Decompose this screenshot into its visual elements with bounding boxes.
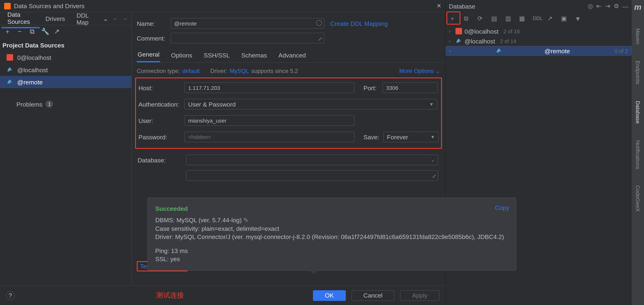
tabs-overflow-icon[interactable]: ⌄ xyxy=(101,15,111,22)
chevron-right-icon[interactable]: › xyxy=(449,38,453,43)
tree-item[interactable]: › @remote 0 of 2 xyxy=(446,46,632,56)
split-icon[interactable]: ⇥ xyxy=(605,2,610,10)
more-options-link[interactable]: More Options ⌄ xyxy=(399,68,440,74)
mysql-icon xyxy=(456,38,462,44)
url-field[interactable]: ⤢ xyxy=(186,170,438,181)
data-source-item[interactable]: @remote xyxy=(0,76,132,88)
expand-icon[interactable]: ⤢ xyxy=(318,36,322,42)
refresh-icon[interactable]: ⟳ xyxy=(477,15,484,22)
stripe-maven[interactable]: Maven xyxy=(635,28,641,44)
minimize-icon[interactable]: — xyxy=(622,3,628,10)
user-input[interactable] xyxy=(184,115,354,126)
popup-line: Driver: MySQL Connector/J (ver. mysql-co… xyxy=(155,233,508,241)
disconnect-icon[interactable]: ▥ xyxy=(505,15,511,22)
problems-count-badge: 1 xyxy=(46,100,53,108)
save-label: Save: xyxy=(364,133,383,140)
database-tree: › 0@localhost 2 of 16 › @localhost 2 of … xyxy=(446,24,632,57)
color-dot-icon[interactable] xyxy=(316,20,322,26)
stripe-codegeex[interactable]: CodeGeeX xyxy=(635,186,641,212)
port-label: Port: xyxy=(364,84,382,91)
dialog-left-pane: Data Sources Drivers DDL Map ⌄ ← → ＋ − ⧉… xyxy=(0,12,132,285)
name-input[interactable] xyxy=(170,18,324,29)
cancel-button[interactable]: Cancel xyxy=(352,290,394,301)
data-source-item[interactable]: 0@localhost xyxy=(0,51,132,64)
connection-fields-highlight: Host: Port: Authentication: User & Passw… xyxy=(135,77,442,149)
create-ddl-mapping-link[interactable]: Create DDL Mapping xyxy=(330,20,388,27)
problems-row[interactable]: Problems 1 xyxy=(0,88,132,108)
status-text: Succeeded xyxy=(155,205,508,213)
help-icon[interactable]: ? xyxy=(6,291,15,300)
test-result-popup: Succeeded Copy DBMS: MySQL (ver. 5.7.44-… xyxy=(148,198,516,270)
database-label: Database: xyxy=(138,156,186,163)
nav-back-icon[interactable]: ← xyxy=(111,15,120,22)
data-source-list: 0@localhost @localhost @remote xyxy=(0,51,132,88)
collapse-icon[interactable]: ⇤ xyxy=(596,2,602,10)
driver-link[interactable]: MySQL xyxy=(230,68,249,74)
dialog-titlebar: Data Sources and Drivers × xyxy=(0,0,445,12)
expand-icon[interactable]: ⤢ xyxy=(432,173,436,179)
jump-icon[interactable]: ↗ xyxy=(546,15,553,22)
add-icon[interactable]: ＋ xyxy=(4,28,11,35)
tab-schemas[interactable]: Schemas xyxy=(240,51,268,62)
data-source-name: @localhost xyxy=(17,66,48,73)
tab-drivers[interactable]: Drivers xyxy=(40,13,71,24)
tree-item[interactable]: › @localhost 2 of 14 xyxy=(446,36,632,46)
chevron-right-icon[interactable]: › xyxy=(449,29,453,34)
app-icon xyxy=(4,3,11,9)
duplicate-icon[interactable]: ⧉ xyxy=(29,28,35,35)
apply-button[interactable]: Apply xyxy=(400,290,439,301)
config-tabs: General Options SSH/SSL Schemas Advanced xyxy=(132,47,445,62)
dialog-title: Data Sources and Drivers xyxy=(14,2,84,9)
table-icon[interactable]: ▦ xyxy=(519,15,525,22)
duplicate-icon[interactable]: ⧉ xyxy=(463,15,470,22)
maven-m-icon[interactable]: m xyxy=(634,2,642,12)
stripe-endpoints[interactable]: Endpoints xyxy=(635,61,641,84)
password-input[interactable] xyxy=(184,132,354,142)
tab-ssh-ssl[interactable]: SSH/SSL xyxy=(203,51,231,62)
make-global-icon[interactable]: ↗ xyxy=(53,28,60,35)
tab-advanced[interactable]: Advanced xyxy=(278,51,307,62)
tab-options[interactable]: Options xyxy=(170,51,193,62)
port-input[interactable] xyxy=(382,82,438,93)
ddl-button[interactable]: DDL xyxy=(533,16,539,21)
chevron-down-icon: ▼ xyxy=(429,102,434,107)
dialog-right-pane: Name: Create DDL Mapping Comment: ⤢ xyxy=(132,12,445,285)
user-label: User: xyxy=(138,117,184,124)
target-icon[interactable]: ◎ xyxy=(588,2,593,10)
data-source-item[interactable]: @localhost xyxy=(0,63,132,76)
database-select[interactable]: ⌄ xyxy=(186,155,438,165)
ok-button[interactable]: OK xyxy=(313,290,346,301)
host-input[interactable] xyxy=(184,82,354,93)
filter-icon[interactable]: ▼ xyxy=(575,15,581,22)
copy-link[interactable]: Copy xyxy=(495,204,509,212)
tree-item[interactable]: › 0@localhost 2 of 16 xyxy=(446,26,632,36)
connection-meta: Connection type: default Driver: MySQL s… xyxy=(132,63,445,77)
auth-select[interactable]: User & Password▼ xyxy=(184,99,438,109)
tree-item-count: 2 of 16 xyxy=(504,28,520,34)
tab-ddl-mappings[interactable]: DDL Map xyxy=(71,10,101,28)
remove-icon[interactable]: − xyxy=(16,28,23,35)
conn-type-link[interactable]: default xyxy=(182,68,200,74)
database-toolbar: ＋ ⧉ ⟳ ▤ ▥ ▦ DDL ↗ ▣ ▼ xyxy=(446,12,632,25)
settings-icon[interactable]: 🔧 xyxy=(41,28,48,35)
edit-icon[interactable]: ✎ xyxy=(243,217,248,224)
stripe-notifications[interactable]: Notifications xyxy=(635,140,641,169)
popup-line: DBMS: MySQL (ver. 5.7.44-log)✎ xyxy=(155,216,508,224)
save-select[interactable]: Forever▼ xyxy=(383,132,439,142)
popup-line: Ping: 13 ms xyxy=(155,247,508,255)
nav-forward-icon[interactable]: → xyxy=(120,15,130,22)
stripe-database[interactable]: Database xyxy=(635,101,641,123)
chevron-right-icon[interactable]: › xyxy=(449,48,454,53)
host-label: Host: xyxy=(138,84,184,91)
comment-input[interactable]: ⤢ xyxy=(170,33,324,43)
close-icon[interactable]: × xyxy=(437,2,441,10)
auth-label: Authentication: xyxy=(138,101,184,107)
gear-icon[interactable]: ⚙ xyxy=(614,2,619,10)
console-icon[interactable]: ▣ xyxy=(560,15,567,22)
dialog-footer: ? 测试连接 OK Cancel Apply xyxy=(0,285,445,305)
stop-icon[interactable]: ▤ xyxy=(491,15,498,22)
tree-item-name: 0@localhost xyxy=(464,28,498,34)
tab-general[interactable]: General xyxy=(137,51,160,62)
tree-item-count: 2 of 14 xyxy=(500,38,516,44)
right-stripe: m Maven Endpoints Database Notifications… xyxy=(632,0,644,305)
